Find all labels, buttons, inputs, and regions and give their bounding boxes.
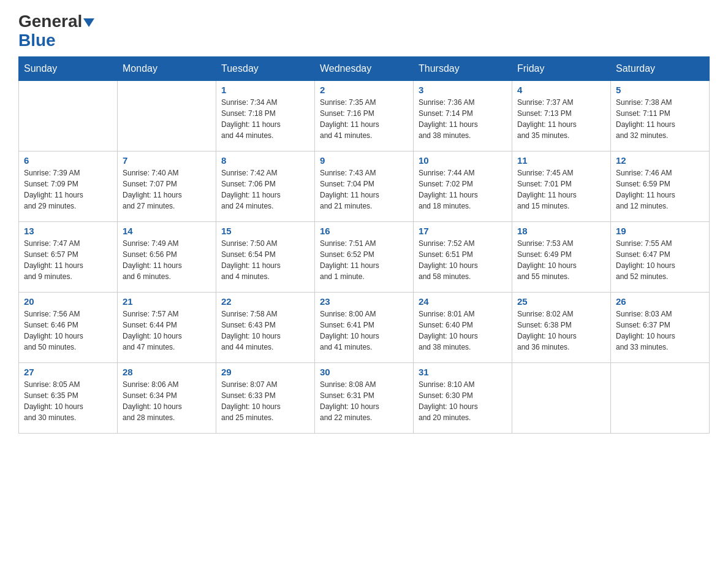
day-info: Sunrise: 7:55 AM Sunset: 6:47 PM Dayligh… [616,238,704,282]
days-header-row: SundayMondayTuesdayWednesdayThursdayFrid… [19,56,710,80]
day-number: 28 [123,367,211,377]
day-number: 11 [517,155,605,166]
logo-general-text: General [18,12,82,31]
calendar-cell: 25Sunrise: 8:02 AM Sunset: 6:38 PM Dayli… [512,292,611,362]
day-info: Sunrise: 7:57 AM Sunset: 6:44 PM Dayligh… [123,308,211,353]
day-number: 7 [123,155,211,166]
day-number: 15 [221,226,309,236]
calendar-cell: 27Sunrise: 8:05 AM Sunset: 6:35 PM Dayli… [19,362,118,433]
calendar-cell: 8Sunrise: 7:42 AM Sunset: 7:06 PM Daylig… [216,151,315,221]
day-header-monday: Monday [118,56,216,80]
calendar-cell: 17Sunrise: 7:52 AM Sunset: 6:51 PM Dayli… [414,221,512,292]
calendar-cell: 11Sunrise: 7:45 AM Sunset: 7:01 PM Dayli… [512,151,611,221]
page-header: General Blue [18,12,710,50]
day-info: Sunrise: 7:37 AM Sunset: 7:13 PM Dayligh… [517,97,605,141]
day-number: 29 [221,367,309,377]
calendar-cell: 23Sunrise: 8:00 AM Sunset: 6:41 PM Dayli… [315,292,414,362]
calendar-cell: 4Sunrise: 7:37 AM Sunset: 7:13 PM Daylig… [512,80,611,151]
calendar-cell: 1Sunrise: 7:34 AM Sunset: 7:18 PM Daylig… [216,80,315,151]
calendar-table: SundayMondayTuesdayWednesdayThursdayFrid… [18,56,710,434]
day-info: Sunrise: 8:00 AM Sunset: 6:41 PM Dayligh… [320,308,408,353]
day-header-thursday: Thursday [414,56,512,80]
calendar-cell: 10Sunrise: 7:44 AM Sunset: 7:02 PM Dayli… [414,151,512,221]
day-info: Sunrise: 8:06 AM Sunset: 6:34 PM Dayligh… [123,379,211,423]
calendar-cell: 28Sunrise: 8:06 AM Sunset: 6:34 PM Dayli… [118,362,216,433]
calendar-cell: 15Sunrise: 7:50 AM Sunset: 6:54 PM Dayli… [216,221,315,292]
calendar-cell: 5Sunrise: 7:38 AM Sunset: 7:11 PM Daylig… [611,80,710,151]
day-info: Sunrise: 8:03 AM Sunset: 6:37 PM Dayligh… [616,308,704,353]
day-number: 26 [616,296,704,307]
day-info: Sunrise: 7:45 AM Sunset: 7:01 PM Dayligh… [517,167,605,212]
week-row-1: 6Sunrise: 7:39 AM Sunset: 7:09 PM Daylig… [19,151,710,221]
day-info: Sunrise: 7:44 AM Sunset: 7:02 PM Dayligh… [419,167,507,212]
calendar-cell: 3Sunrise: 7:36 AM Sunset: 7:14 PM Daylig… [414,80,512,151]
day-info: Sunrise: 8:02 AM Sunset: 6:38 PM Dayligh… [517,308,605,353]
day-info: Sunrise: 7:36 AM Sunset: 7:14 PM Dayligh… [419,97,507,141]
day-info: Sunrise: 7:46 AM Sunset: 6:59 PM Dayligh… [616,167,704,212]
day-number: 14 [123,226,211,236]
day-info: Sunrise: 7:42 AM Sunset: 7:06 PM Dayligh… [221,167,309,212]
calendar-cell: 2Sunrise: 7:35 AM Sunset: 7:16 PM Daylig… [315,80,414,151]
day-number: 19 [616,226,704,236]
logo-triangle-icon [83,18,94,27]
week-row-0: 1Sunrise: 7:34 AM Sunset: 7:18 PM Daylig… [19,80,710,151]
day-number: 9 [320,155,408,166]
day-number: 4 [517,85,605,95]
calendar-cell: 18Sunrise: 7:53 AM Sunset: 6:49 PM Dayli… [512,221,611,292]
day-header-friday: Friday [512,56,611,80]
day-info: Sunrise: 7:53 AM Sunset: 6:49 PM Dayligh… [517,238,605,282]
day-number: 17 [419,226,507,236]
day-number: 5 [616,85,704,95]
day-number: 18 [517,226,605,236]
calendar-cell: 29Sunrise: 8:07 AM Sunset: 6:33 PM Dayli… [216,362,315,433]
day-info: Sunrise: 7:39 AM Sunset: 7:09 PM Dayligh… [24,167,112,212]
day-number: 22 [221,296,309,307]
calendar-cell: 7Sunrise: 7:40 AM Sunset: 7:07 PM Daylig… [118,151,216,221]
day-number: 31 [419,367,507,377]
day-number: 20 [24,296,112,307]
day-info: Sunrise: 7:52 AM Sunset: 6:51 PM Dayligh… [419,238,507,282]
day-number: 23 [320,296,408,307]
calendar-cell: 14Sunrise: 7:49 AM Sunset: 6:56 PM Dayli… [118,221,216,292]
calendar-cell: 20Sunrise: 7:56 AM Sunset: 6:46 PM Dayli… [19,292,118,362]
calendar-cell: 24Sunrise: 8:01 AM Sunset: 6:40 PM Dayli… [414,292,512,362]
day-info: Sunrise: 7:56 AM Sunset: 6:46 PM Dayligh… [24,308,112,353]
day-info: Sunrise: 7:34 AM Sunset: 7:18 PM Dayligh… [221,97,309,141]
week-row-3: 20Sunrise: 7:56 AM Sunset: 6:46 PM Dayli… [19,292,710,362]
day-number: 1 [221,85,309,95]
day-number: 12 [616,155,704,166]
day-info: Sunrise: 7:47 AM Sunset: 6:57 PM Dayligh… [24,238,112,282]
calendar-cell: 31Sunrise: 8:10 AM Sunset: 6:30 PM Dayli… [414,362,512,433]
day-header-saturday: Saturday [611,56,710,80]
day-info: Sunrise: 7:50 AM Sunset: 6:54 PM Dayligh… [221,238,309,282]
day-info: Sunrise: 8:05 AM Sunset: 6:35 PM Dayligh… [24,379,112,423]
week-row-4: 27Sunrise: 8:05 AM Sunset: 6:35 PM Dayli… [19,362,710,433]
day-number: 10 [419,155,507,166]
day-info: Sunrise: 8:10 AM Sunset: 6:30 PM Dayligh… [419,379,507,423]
day-number: 21 [123,296,211,307]
day-info: Sunrise: 7:38 AM Sunset: 7:11 PM Dayligh… [616,97,704,141]
day-number: 6 [24,155,112,166]
calendar-cell: 16Sunrise: 7:51 AM Sunset: 6:52 PM Dayli… [315,221,414,292]
logo: General Blue [18,12,94,50]
calendar-cell: 30Sunrise: 8:08 AM Sunset: 6:31 PM Dayli… [315,362,414,433]
day-info: Sunrise: 7:51 AM Sunset: 6:52 PM Dayligh… [320,238,408,282]
day-number: 25 [517,296,605,307]
calendar-body: 1Sunrise: 7:34 AM Sunset: 7:18 PM Daylig… [19,80,710,433]
day-info: Sunrise: 7:58 AM Sunset: 6:43 PM Dayligh… [221,308,309,353]
day-header-tuesday: Tuesday [216,56,315,80]
day-number: 2 [320,85,408,95]
day-info: Sunrise: 7:49 AM Sunset: 6:56 PM Dayligh… [123,238,211,282]
day-info: Sunrise: 7:35 AM Sunset: 7:16 PM Dayligh… [320,97,408,141]
day-number: 24 [419,296,507,307]
day-number: 8 [221,155,309,166]
day-header-sunday: Sunday [19,56,118,80]
day-info: Sunrise: 8:08 AM Sunset: 6:31 PM Dayligh… [320,379,408,423]
calendar-cell: 13Sunrise: 7:47 AM Sunset: 6:57 PM Dayli… [19,221,118,292]
calendar-cell [19,80,118,151]
calendar-cell: 22Sunrise: 7:58 AM Sunset: 6:43 PM Dayli… [216,292,315,362]
calendar-cell [118,80,216,151]
calendar-cell: 19Sunrise: 7:55 AM Sunset: 6:47 PM Dayli… [611,221,710,292]
day-info: Sunrise: 8:07 AM Sunset: 6:33 PM Dayligh… [221,379,309,423]
day-number: 3 [419,85,507,95]
